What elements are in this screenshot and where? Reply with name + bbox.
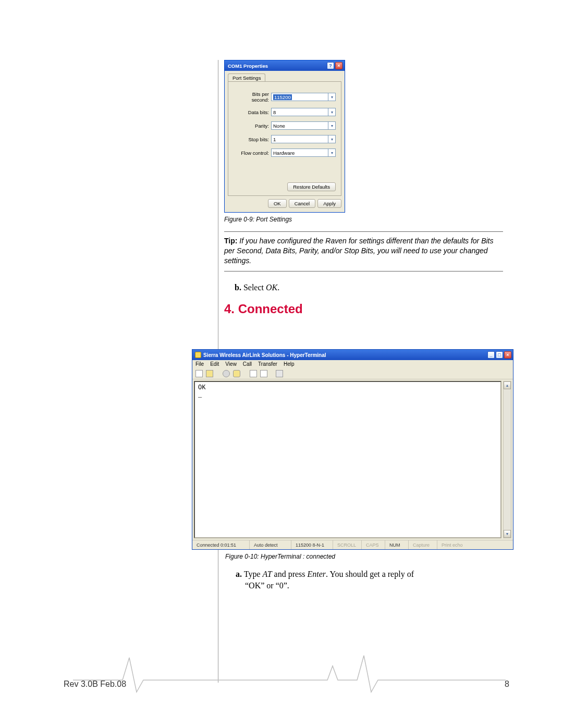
status-capture: Capture — [409, 540, 437, 549]
flow-control-value: Hardware — [273, 150, 295, 156]
chevron-down-icon: ▾ — [328, 108, 335, 116]
figure-0-9-caption: Figure 0-9: Port Settings — [224, 216, 511, 223]
bits-per-second-select[interactable]: 115200 ▾ — [271, 93, 336, 101]
tip-block: Tip: If you have configured the Raven fo… — [224, 236, 503, 266]
footer-page-number: 8 — [505, 680, 509, 689]
step-b-ok: OK — [266, 283, 277, 292]
figure-0-10-caption: Figure 0-10: HyperTerminal : connected — [225, 553, 513, 560]
hyperterminal-app-icon — [195, 352, 201, 358]
menu-view[interactable]: View — [225, 361, 237, 367]
step-b-pre: Select — [243, 283, 266, 292]
disconnect-icon[interactable] — [233, 370, 240, 377]
step-a-at: AT — [262, 570, 272, 578]
footer-revision: Rev 3.0B Feb.08 — [64, 680, 126, 689]
chevron-down-icon: ▾ — [328, 149, 335, 156]
properties-icon[interactable] — [276, 370, 283, 377]
step-a-letter: a. — [236, 570, 242, 578]
terminal-area[interactable]: OK _ — [194, 381, 501, 538]
hyperterminal-status-bar: Connected 0:01:51 Auto detect 115200 8-N… — [192, 540, 513, 549]
data-bits-value: 8 — [273, 109, 276, 115]
hyperterminal-window: Sierra Wireless AirLink Solutions - Hype… — [192, 349, 513, 550]
hyperterminal-title-bar: Sierra Wireless AirLink Solutions - Hype… — [192, 350, 513, 360]
page-footer: Rev 3.0B Feb.08 8 — [64, 680, 509, 689]
vertical-scrollbar[interactable]: ▴ ▾ — [503, 381, 511, 538]
terminal-output: OK _ — [195, 382, 500, 537]
step-b-post: . — [277, 283, 279, 292]
step-b: b. Select OK. — [235, 283, 511, 292]
connect-icon[interactable] — [223, 370, 230, 377]
menu-help[interactable]: Help — [284, 361, 295, 367]
parity-select[interactable]: None ▾ — [271, 121, 336, 130]
open-icon[interactable] — [206, 370, 213, 377]
dialog-title-bar: COM1 Properties ? × — [225, 60, 345, 71]
menu-transfer[interactable]: Transfer — [258, 361, 277, 367]
scroll-up-icon[interactable]: ▴ — [504, 381, 511, 389]
tip-rule-top — [224, 231, 503, 232]
status-num: NUM — [385, 540, 409, 549]
hyperterminal-title-text: Sierra Wireless AirLink Solutions - Hype… — [203, 352, 326, 358]
status-scroll: SCROLL — [333, 540, 362, 549]
status-connected: Connected 0:01:51 — [192, 540, 250, 549]
ok-button[interactable]: OK — [268, 199, 287, 208]
close-icon[interactable]: × — [335, 62, 342, 69]
data-bits-label: Data bits: — [234, 109, 271, 115]
status-caps: CAPS — [362, 540, 385, 549]
bits-per-second-label: Bits per second: — [234, 91, 271, 103]
tip-rule-bottom — [224, 271, 503, 272]
menu-call[interactable]: Call — [243, 361, 252, 367]
step-a-post: . You should get a reply of — [326, 570, 414, 578]
step-a: a. Type AT and press Enter. You should g… — [236, 569, 496, 591]
status-printecho: Print echo — [437, 540, 513, 549]
new-icon[interactable] — [195, 370, 203, 377]
restore-defaults-button[interactable]: Restore Defaults — [287, 182, 336, 191]
parity-label: Parity: — [234, 123, 271, 129]
dialog-body: Bits per second: 115200 ▾ Data bits: 8 ▾… — [228, 81, 341, 196]
stop-bits-select[interactable]: 1 ▾ — [271, 135, 336, 143]
send-icon[interactable] — [250, 370, 257, 377]
stop-bits-value: 1 — [273, 137, 276, 142]
parity-value: None — [273, 123, 285, 129]
dialog-title-text: COM1 Properties — [228, 63, 268, 69]
close-icon[interactable]: × — [504, 351, 511, 359]
section-heading-connected: 4. Connected — [224, 302, 511, 316]
menu-file[interactable]: File — [195, 361, 204, 367]
flow-control-label: Flow control: — [234, 150, 271, 156]
stop-bits-label: Stop bits: — [234, 137, 271, 142]
scroll-down-icon[interactable]: ▾ — [504, 530, 511, 538]
status-mode: 115200 8-N-1 — [291, 540, 333, 549]
menu-edit[interactable]: Edit — [210, 361, 219, 367]
step-a-mid: and press — [272, 570, 308, 578]
tip-body: If you have configured the Raven for set… — [224, 237, 493, 265]
status-autodetect: Auto detect — [250, 540, 291, 549]
hyperterminal-menu-bar: File Edit View Call Transfer Help — [192, 360, 513, 368]
hyperterminal-toolbar — [192, 368, 513, 379]
maximize-icon[interactable]: □ — [496, 351, 503, 359]
chevron-down-icon: ▾ — [328, 135, 335, 143]
apply-button[interactable]: Apply — [317, 199, 341, 208]
minimize-icon[interactable]: _ — [487, 351, 495, 359]
step-a-enter: Enter — [308, 570, 326, 578]
chevron-down-icon: ▾ — [328, 93, 335, 101]
bits-per-second-value: 115200 — [273, 94, 292, 100]
step-a-pre: Type — [244, 570, 263, 578]
com1-properties-dialog: COM1 Properties ? × Port Settings Bits p… — [224, 60, 345, 213]
step-b-letter: b. — [235, 283, 241, 292]
chevron-down-icon: ▾ — [328, 122, 335, 129]
flow-control-select[interactable]: Hardware ▾ — [271, 149, 336, 157]
tab-port-settings[interactable]: Port Settings — [228, 73, 265, 82]
tip-label: Tip: — [224, 237, 237, 245]
help-icon[interactable]: ? — [327, 62, 334, 69]
data-bits-select[interactable]: 8 ▾ — [271, 108, 336, 116]
step-a-line2: “OK” or “0”. — [245, 581, 289, 590]
receive-icon[interactable] — [260, 370, 267, 377]
cancel-button[interactable]: Cancel — [289, 199, 316, 208]
